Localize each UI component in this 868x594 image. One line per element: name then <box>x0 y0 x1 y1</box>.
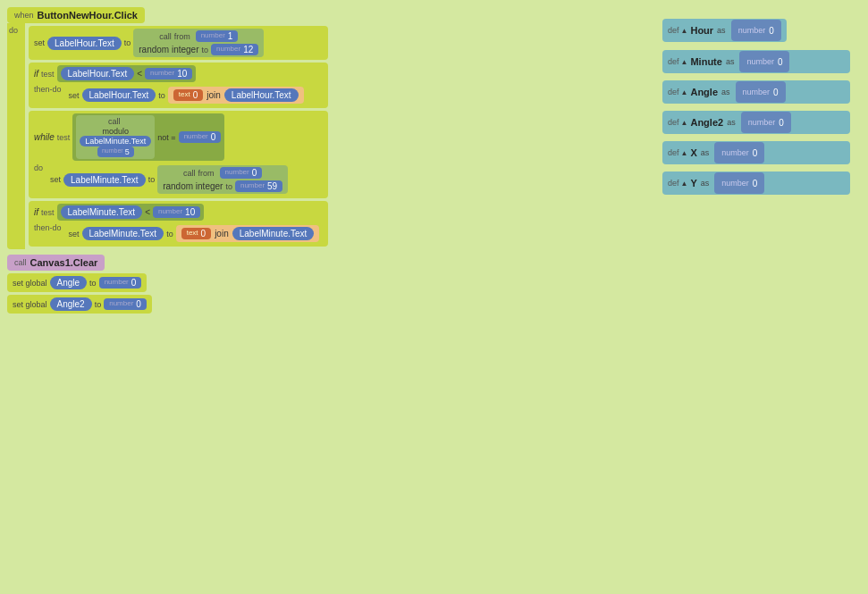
num-10-1: number 10 <box>145 68 192 79</box>
text-block-1: text 0 <box>173 89 203 101</box>
minute-value-block: number 0 <box>739 51 789 72</box>
comparison-block-1: LabelHour.Text < number 10 <box>57 65 197 82</box>
to-num-while: number 59 <box>235 180 282 192</box>
var-y: def ▲ Y as number 0 <box>662 172 850 195</box>
labelminute-ref-2: LabelMinute.Text <box>82 227 164 240</box>
comparison-block-2: LabelMinute.Text < number 10 <box>57 204 205 221</box>
var-def-angle2: def ▲ Angle2 as number 0 <box>662 111 850 134</box>
modulo-num: number 5 <box>97 146 134 157</box>
then-do-section-1: then-do set LabelHour.Text to text <box>34 85 323 105</box>
do-content: set LabelHour.Text to call from number 1 <box>29 23 328 249</box>
var-def-x: def ▲ X as number 0 <box>662 141 850 164</box>
set-label-while: set <box>50 175 61 184</box>
do-label-while: do <box>34 163 43 172</box>
to-label-1: to <box>124 38 131 47</box>
angle2-ref: Angle2 <box>50 297 92 311</box>
while-block: while test call modulo <box>29 111 328 198</box>
set-label-3: set <box>69 230 80 238</box>
angle-val-block: number 0 <box>99 277 142 289</box>
labelhour-ref-2: LabelHour.Text <box>61 67 135 80</box>
while-label: while <box>34 132 55 142</box>
while-test-row: while test call modulo <box>34 113 323 161</box>
test-label-1: test <box>41 70 55 79</box>
main-block-area: when ButtonNewHour.Click do set LabelHou… <box>7 7 328 314</box>
from-label-1: from <box>174 32 190 41</box>
var-def-minute: def ▲ Minute as number 0 <box>662 50 850 73</box>
join-block-1: text 0 join LabelHour.Text <box>168 87 304 104</box>
if-test-row-2: if test LabelMinute.Text < number 10 <box>34 204 323 221</box>
set-global-angle: set global Angle to number 0 <box>7 273 147 292</box>
from-num-while: number 0 <box>220 167 263 179</box>
to-label-global-2: to <box>95 300 102 309</box>
to-label-global-1: to <box>89 279 97 288</box>
labelhour-join-ref: LabelHour.Text <box>224 88 299 102</box>
angle2-val-block: number 0 <box>104 298 147 310</box>
while-test-block: call modulo LabelMinute.Text <box>72 113 224 161</box>
labelminute-join-ref: LabelMinute.Text <box>232 227 315 240</box>
join-label-1: join <box>206 90 221 100</box>
num-10-2: number 10 <box>153 206 200 218</box>
call-random-block-1: call from number 1 random integer to nu <box>133 29 264 57</box>
var-angle: def ▲ Angle as number 0 <box>662 80 850 104</box>
call-label-while: call <box>108 117 121 126</box>
set-global-label-1: set global <box>13 279 47 288</box>
operator-1: < <box>137 69 142 79</box>
to-label-3: to <box>158 91 165 100</box>
var-minute: def ▲ Minute as number 0 <box>662 50 850 73</box>
angle-ref: Angle <box>50 276 88 289</box>
set-labelhour-row: set LabelHour.Text to call from number 1 <box>29 26 328 60</box>
set-join-block-1: set LabelHour.Text to text 0 <box>65 85 308 105</box>
canvas-clear-method: Canvas1.Clear <box>30 257 98 268</box>
var-def-y: def ▲ Y as number 0 <box>662 172 850 195</box>
call-canvas-clear: call Canvas1.Clear <box>7 255 105 271</box>
call-random-while: call from number 0 random integer <box>157 165 288 194</box>
x-value-block: number 0 <box>714 142 764 163</box>
var-hour: def ▲ Hour as number 0 <box>662 18 850 43</box>
call-label-canvas: call <box>14 258 27 267</box>
join-label-2: join <box>215 229 229 238</box>
test-label-while: test <box>57 133 71 142</box>
var-x: def ▲ X as number 0 <box>662 141 850 164</box>
result-num: number 0 <box>179 131 222 143</box>
when-label: when <box>14 11 34 20</box>
if-block-1: if test LabelHour.Text < number 10 <box>29 63 328 108</box>
var-def-hour: def ▲ Hour as number 0 <box>662 19 787 42</box>
y-value-block: number 0 <box>714 172 764 194</box>
call-modulo-block: call modulo LabelMinute.Text <box>76 115 155 159</box>
do-section: do set LabelHour.Text to call from <box>7 23 328 249</box>
do-label: do <box>7 23 25 38</box>
if-test-row-1: if test LabelHour.Text < number 10 <box>34 65 323 82</box>
angle2-value-block: number 0 <box>741 112 791 133</box>
to-num-1: number 12 <box>211 44 258 55</box>
hour-value-block: number 0 <box>731 20 781 41</box>
set-join-block-2: set LabelMinute.Text to text 0 join <box>65 223 324 244</box>
event-name: ButtonNewHour.Click <box>38 10 138 21</box>
var-angle2: def ▲ Angle2 as number 0 <box>662 111 850 134</box>
set-label-1: set <box>34 38 45 47</box>
labelminute-ref-1: LabelMinute.Text <box>61 205 143 219</box>
not-eq-label: not = <box>157 133 175 142</box>
when-block-header: when ButtonNewHour.Click <box>7 7 145 23</box>
to-label-4: to <box>166 230 173 238</box>
labelhour-ref-1: LabelHour.Text <box>47 37 122 50</box>
var-def-angle: def ▲ Angle as number 0 <box>662 80 850 104</box>
set-global-angle2: set global Angle2 to number 0 <box>7 295 152 314</box>
while-do-section: do set LabelMinute.Text to call <box>34 163 323 196</box>
to-label-2: to <box>202 46 209 54</box>
if-block-2: if test LabelMinute.Text < number 10 <box>29 201 328 247</box>
join-block-2: text 0 join LabelMinute.Text <box>176 225 320 242</box>
canvas: def ▲ Hour as number 0 def ▲ Minute as n… <box>0 0 868 594</box>
set-label-2: set <box>69 91 80 100</box>
do-bracket: do <box>7 23 25 249</box>
set-global-label-2: set global <box>13 300 47 309</box>
operator-2: < <box>145 207 150 217</box>
while-set-block: set LabelMinute.Text to call from <box>46 163 291 196</box>
angle-value-block: number 0 <box>736 81 786 103</box>
if-label-2: if <box>34 207 38 217</box>
labelminute-ref-while: LabelMinute.Text <box>63 173 146 187</box>
then-label-2: then-do <box>34 223 62 232</box>
test-label-2: test <box>41 208 55 217</box>
minute-ref-modulo: LabelMinute.Text <box>80 136 151 146</box>
then-label-1: then-do <box>34 85 62 94</box>
then-do-section-2: then-do set LabelMinute.Text to text 0 <box>34 223 323 244</box>
